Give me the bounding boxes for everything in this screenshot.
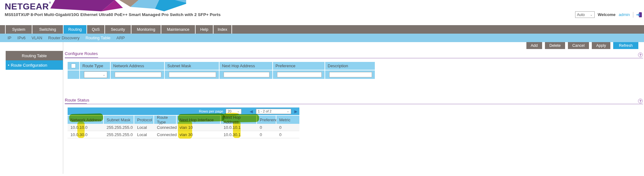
subnav-arp[interactable]: ARP [116,36,125,40]
rows-per-page-select[interactable]: 20 ⌄ [226,109,242,114]
chevron-down-icon: ⌄ [590,13,592,16]
cell-next-hop-address: 10.0.30.1 [221,131,257,138]
subnav-routing-table[interactable]: Routing Table [86,36,110,40]
column-header: Subnet Mask [165,62,219,70]
tab-index[interactable]: Index [214,25,232,34]
bullet-icon: • [8,63,9,68]
sidebar-item-route-configuration[interactable]: • Route Configuration [6,60,63,70]
registered-mark: ® [49,1,51,4]
next-hop-address-cell [219,70,272,79]
column-header: Network Address [68,116,103,124]
route-status-table: Rows per page 20 ⌄ ◀ 1 - 2 of 2 ⌄ ▶ Netw… [68,107,299,138]
device-title: MS510TXUP 8-Port Multi-Gigabit/10G Ether… [5,12,221,17]
rows-per-page-value: 20 [228,109,231,113]
tab-qos[interactable]: QoS [87,25,105,34]
header-checkbox-cell [68,62,79,70]
configure-routes-title: Configure Routes [65,51,98,56]
column-header: Route Type [154,116,176,124]
refresh-button[interactable]: Refresh [613,42,638,49]
subnet-mask-cell [165,70,219,79]
cell-protocol: Local [134,124,154,131]
delete-button[interactable]: Delete [545,42,565,49]
sidebar-header: Routing Table [6,51,63,60]
divider [633,12,633,18]
subnav-router-discovery[interactable]: Router Discovery [48,36,80,40]
table-row: 10.0.30.0 255.255.255.0 Local Connected … [68,131,299,138]
cell-next-hop-address: 10.0.10.1 [221,124,257,131]
cell-protocol: Local [134,131,154,138]
preference-input[interactable] [277,72,322,77]
cell-metric: 0 [276,124,299,131]
sidebar-item-label: Route Configuration [11,63,47,68]
subnav-vlan[interactable]: VLAN [31,36,42,40]
cell-route-type: Connected [154,124,177,131]
configure-routes-table: Route Type Network Address Subnet Mask N… [68,62,375,79]
previous-page-icon[interactable]: ◀ [250,109,253,113]
cell-preference: 0 [257,131,276,138]
route-status-title: Route Status [65,98,89,102]
logout-icon[interactable] [636,12,642,18]
route-type-select[interactable]: ⌄ [84,71,107,78]
cancel-button[interactable]: Cancel [568,42,589,49]
column-header: Preference [257,116,276,124]
configure-routes-input-row: ⌄ [68,70,375,79]
column-header: Route Type [80,62,110,70]
column-header: Next Hop Address [221,116,256,124]
next-page-icon[interactable]: ▶ [294,109,297,113]
chevron-down-icon: ⌄ [237,110,240,113]
table-row: 10.0.10.0 255.255.255.0 Local Connected … [68,124,299,131]
configure-routes-header-row: Route Type Network Address Subnet Mask N… [68,62,375,70]
route-status-header-row: Network Address Subnet Mask Protocol Rou… [68,116,299,124]
action-buttons: Add Delete Cancel Apply Refresh [526,42,638,49]
network-address-input[interactable] [115,72,161,77]
sidebar-divider [63,42,63,174]
page-select[interactable]: 1 - 2 of 2 ⌄ [256,109,291,114]
tab-routing[interactable]: Routing [64,25,87,34]
column-header: Network Address [111,62,164,70]
cell-metric: 0 [276,131,299,138]
add-button[interactable]: Add [526,42,542,49]
rows-per-page-label: Rows per page [199,109,223,113]
header-banner-art [50,0,186,11]
select-all-checkbox[interactable] [71,63,76,68]
tab-security[interactable]: Security [105,25,131,34]
tab-system[interactable]: System [5,25,32,34]
subnav-ip[interactable]: IP [8,36,11,40]
pagination-bar: Rows per page 20 ⌄ ◀ 1 - 2 of 2 ⌄ ▶ [68,107,299,115]
preference-cell [273,70,325,79]
subnet-mask-input[interactable] [169,72,216,77]
netgear-logo: NETGEAR® [5,1,51,12]
network-address-cell [111,70,164,79]
username-link[interactable]: admin [619,12,630,17]
tab-monitoring[interactable]: Monitoring [131,25,161,34]
header-user-area: Auto ⌄ Welcome admin [575,11,642,18]
cell-next-hop-interface: vlan 10 [177,124,221,131]
section-divider [65,58,643,58]
cell-network-address: 10.0.10.0 [68,124,104,131]
description-cell [325,70,375,79]
cell-preference: 0 [257,124,276,131]
chevron-down-icon: ⌄ [103,73,105,76]
welcome-label: Welcome [598,12,616,17]
tab-switching[interactable]: Switching [32,25,64,34]
main-nav: System Switching Routing QoS Security Mo… [0,25,644,34]
section-divider [65,104,643,104]
description-input[interactable] [329,72,372,77]
column-header: Subnet Mask [104,116,134,124]
apply-button[interactable]: Apply [592,42,610,49]
column-header: Preference [273,62,325,70]
tab-maintenance[interactable]: Maintenance [161,25,196,34]
column-header: Next Hop Interface [177,116,220,124]
help-icon[interactable]: ? [638,52,643,57]
column-header: Protocol [134,116,153,124]
cell-subnet-mask: 255.255.255.0 [104,131,134,138]
help-icon[interactable]: ? [638,99,643,103]
subnav-ipv6[interactable]: IPv6 [17,36,25,40]
refresh-mode-select[interactable]: Auto ⌄ [575,11,595,18]
route-type-cell: ⌄ [80,70,110,79]
cell-next-hop-interface: vlan 30 [177,131,221,138]
chevron-down-icon: ⌄ [287,110,289,113]
next-hop-address-input[interactable] [224,72,269,77]
page-info: 1 - 2 of 2 [258,109,271,113]
tab-help[interactable]: Help [196,25,214,34]
